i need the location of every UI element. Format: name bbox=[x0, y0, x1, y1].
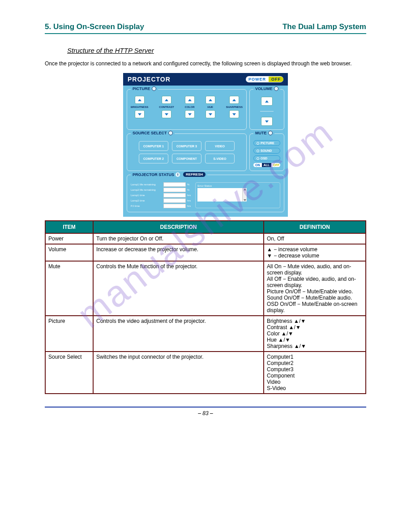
volume-up-button[interactable] bbox=[261, 97, 273, 106]
mute-all-toggle[interactable]: ONALLOFF bbox=[253, 163, 280, 167]
page-number: – 83 – bbox=[45, 410, 366, 416]
error-status-label: Error Status bbox=[197, 184, 278, 187]
section-subtitle: Structure of the HTTP Server bbox=[67, 47, 366, 54]
source-button[interactable]: COMPONENT bbox=[172, 154, 201, 163]
mute-panel-label: MUTE bbox=[253, 131, 274, 135]
table-row: PictureControls the video adjustment of … bbox=[45, 316, 366, 352]
projector-panel: PROJECTOR POWER OFF PICTURE BRIGHTNESSCO… bbox=[123, 73, 288, 217]
source-button[interactable]: S-VIDEO bbox=[205, 154, 235, 163]
spec-table: ITEM DESCRIPTION DEFINITION PowerTurn th… bbox=[45, 220, 366, 394]
picture-down-button[interactable] bbox=[185, 110, 195, 118]
projector-title: PROJECTOR bbox=[128, 76, 171, 83]
volume-panel: VOLUME bbox=[249, 89, 284, 130]
picture-down-button[interactable] bbox=[162, 110, 171, 118]
source-button[interactable]: COMPUTER 1 bbox=[139, 141, 168, 151]
th-item: ITEM bbox=[45, 221, 93, 233]
status-row: Lamp1 life remaining% bbox=[131, 182, 191, 187]
picture-down-button[interactable] bbox=[229, 110, 239, 118]
volume-panel-label: VOLUME bbox=[253, 86, 280, 91]
status-panel-label: PROJECTOR STATUS i REFRESH bbox=[131, 172, 207, 177]
header-title: The Dual Lamp System bbox=[283, 22, 366, 31]
mute-panel: MUTE PICTURESOUNDOSDONALLOFF bbox=[249, 133, 284, 171]
info-icon: i bbox=[176, 172, 180, 177]
table-row: Source SelectSwitches the input connecto… bbox=[45, 352, 366, 394]
power-on-label: POWER bbox=[246, 77, 269, 82]
error-status-panel: Error Status bbox=[195, 182, 280, 208]
source-label-text: SOURCE SELECT bbox=[133, 131, 167, 135]
mute-icon bbox=[268, 131, 273, 135]
picture-panel-label: PICTURE bbox=[131, 86, 158, 91]
status-row: Lamp2 life remaining% bbox=[131, 188, 191, 192]
picture-label-text: PICTURE bbox=[133, 86, 150, 91]
picture-down-button[interactable] bbox=[135, 110, 145, 118]
status-row: Lamp2 timehrs bbox=[131, 198, 191, 203]
projector-title-bar: PROJECTOR POWER OFF bbox=[123, 73, 288, 86]
picture-up-button[interactable] bbox=[185, 96, 195, 104]
header-rule bbox=[45, 33, 366, 34]
table-row: MuteControls the Mute function of the pr… bbox=[45, 261, 366, 316]
source-panel-label: SOURCE SELECT bbox=[131, 131, 175, 135]
th-desc: DESCRIPTION bbox=[93, 221, 264, 233]
mute-button[interactable]: SOUND bbox=[253, 148, 280, 154]
picture-icon bbox=[152, 86, 156, 91]
header-section: 5. Using On-Screen Display bbox=[45, 22, 144, 31]
mute-button[interactable]: OSD bbox=[253, 155, 280, 161]
picture-up-button[interactable] bbox=[229, 96, 239, 104]
table-row: VolumeIncrease or decrease the projector… bbox=[45, 244, 366, 261]
power-toggle[interactable]: POWER OFF bbox=[246, 76, 283, 82]
status-row: Lamp1 timehrs bbox=[131, 193, 191, 197]
picture-control-label: CONTRAST bbox=[159, 106, 174, 108]
picture-up-button[interactable] bbox=[162, 96, 171, 104]
source-button[interactable]: COMPUTER 2 bbox=[139, 154, 168, 163]
picture-control-label: SHARPNESS bbox=[226, 106, 243, 108]
mute-label-text: MUTE bbox=[255, 131, 267, 135]
picture-control-label: COLOR bbox=[185, 106, 195, 108]
th-def: DEFINITION bbox=[264, 221, 366, 233]
error-status-textarea[interactable] bbox=[197, 188, 247, 202]
speaker-icon bbox=[274, 86, 278, 91]
projector-status-panel: PROJECTOR STATUS i REFRESH Lamp1 life re… bbox=[127, 175, 284, 212]
picture-up-button[interactable] bbox=[135, 96, 145, 104]
picture-control-label: BRIGHTNESS bbox=[131, 106, 148, 108]
intro-text: Once the projector is connected to a net… bbox=[45, 60, 366, 67]
status-row: PJ timehrs bbox=[131, 204, 191, 208]
mute-button[interactable]: PICTURE bbox=[253, 140, 280, 146]
volume-label-text: VOLUME bbox=[255, 86, 273, 91]
source-icon bbox=[168, 131, 173, 135]
table-row: PowerTurn the projector On or Off.On, Of… bbox=[45, 233, 366, 244]
picture-down-button[interactable] bbox=[206, 110, 215, 118]
source-button[interactable]: COMPUTER 3 bbox=[172, 141, 201, 151]
refresh-button[interactable]: REFRESH bbox=[183, 172, 206, 177]
volume-down-button[interactable] bbox=[261, 117, 273, 126]
source-select-panel: SOURCE SELECT COMPUTER 1COMPUTER 3VIDEOC… bbox=[127, 133, 247, 171]
source-button[interactable]: VIDEO bbox=[205, 141, 235, 151]
picture-panel: PICTURE BRIGHTNESSCONTRASTCOLORHUESHARPN… bbox=[127, 89, 247, 130]
picture-control-label: HUE bbox=[207, 106, 213, 108]
picture-up-button[interactable] bbox=[206, 96, 215, 104]
status-label-text: PROJECTOR STATUS bbox=[133, 172, 174, 177]
footer-rule bbox=[45, 407, 366, 408]
power-off-label: OFF bbox=[269, 77, 283, 82]
